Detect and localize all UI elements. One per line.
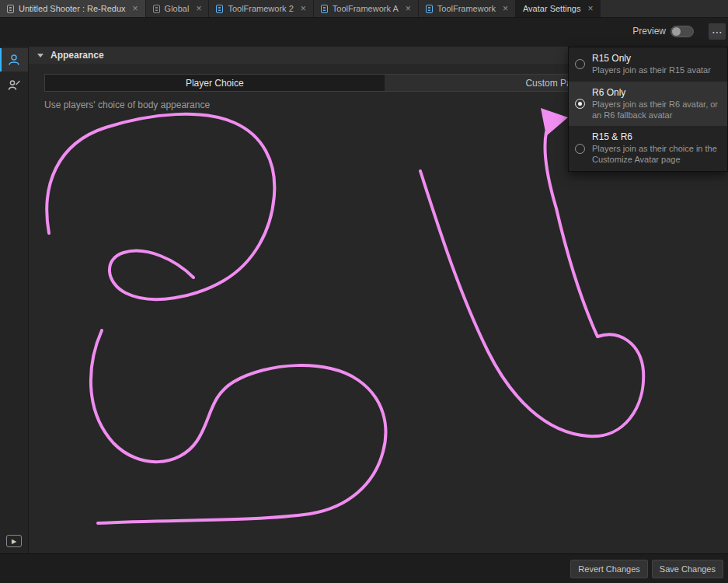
toggle-knob-icon xyxy=(672,27,681,36)
tab-close-icon[interactable]: × xyxy=(406,4,411,13)
script-icon xyxy=(153,5,160,13)
more-options-button[interactable]: ⋯ xyxy=(709,23,726,40)
option-r6-only[interactable]: R6 Only Players join as their R6 avatar,… xyxy=(569,82,727,127)
sidebar-item-body[interactable] xyxy=(0,73,28,96)
left-rail: ▶ xyxy=(0,47,29,553)
appearance-hint: Use players' choice of body appearance xyxy=(44,99,210,110)
tab-label: ToolFramework xyxy=(437,4,496,13)
place-icon xyxy=(7,5,14,13)
modulescript-icon xyxy=(216,5,223,13)
footer-bar: Revert Changes Save Changes xyxy=(0,553,728,583)
radio-icon[interactable] xyxy=(575,59,585,69)
tab-untitled-shooter-re-redux[interactable]: Untitled Shooter : Re-Redux × xyxy=(0,0,146,17)
tab-label: Untitled Shooter : Re-Redux xyxy=(19,4,126,13)
tab-close-icon[interactable]: × xyxy=(301,4,306,13)
person-icon xyxy=(7,53,21,67)
tab-global[interactable]: Global × xyxy=(146,0,210,17)
collapse-caret-icon[interactable] xyxy=(37,54,44,58)
tab-bar: Untitled Shooter : Re-Redux × Global × T… xyxy=(0,0,728,18)
save-changes-button[interactable]: Save Changes xyxy=(652,560,723,578)
person-edit-icon xyxy=(7,78,21,92)
preview-label: Preview xyxy=(632,26,666,37)
revert-changes-button[interactable]: Revert Changes xyxy=(570,560,648,578)
tab-toolframework-a[interactable]: ToolFramework A × xyxy=(314,0,419,17)
section-title: Appearance xyxy=(51,50,104,61)
tab-label: Avatar Settings xyxy=(523,4,580,13)
option-description: Players join as their R15 avatar xyxy=(592,65,711,76)
option-description: Players join as their choice in the Cust… xyxy=(592,144,721,166)
tab-toolframework-2[interactable]: ToolFramework 2 × xyxy=(209,0,313,17)
tab-label: ToolFramework A xyxy=(333,4,399,13)
option-description: Players join as their R6 avatar, or an R… xyxy=(592,99,721,121)
modulescript-icon xyxy=(426,5,433,13)
modulescript-icon xyxy=(321,5,328,13)
avatar-type-dropdown: R15 Only Players join as their R15 avata… xyxy=(568,47,728,172)
tab-close-icon[interactable]: × xyxy=(587,4,593,13)
tab-avatar-settings[interactable]: Avatar Settings × xyxy=(516,0,601,17)
option-title: R6 Only xyxy=(592,87,721,98)
option-title: R15 & R6 xyxy=(592,131,721,142)
tab-label: ToolFramework 2 xyxy=(228,4,293,13)
option-r15-and-r6[interactable]: R15 & R6 Players join as their choice in… xyxy=(569,126,727,171)
option-title: R15 Only xyxy=(592,53,711,64)
sidebar-item-appearance[interactable] xyxy=(0,48,28,72)
tab-close-icon[interactable]: × xyxy=(503,4,508,13)
preview-toggle[interactable] xyxy=(671,26,694,37)
radio-selected-icon[interactable] xyxy=(575,99,585,109)
tab-label: Global xyxy=(165,4,190,13)
expand-panel-icon[interactable]: ▶ xyxy=(6,535,22,547)
tab-toolframework[interactable]: ToolFramework × xyxy=(419,0,516,17)
tab-player-choice[interactable]: Player Choice xyxy=(45,75,385,91)
option-r15-only[interactable]: R15 Only Players join as their R15 avata… xyxy=(569,47,727,82)
tab-close-icon[interactable]: × xyxy=(196,4,201,13)
tab-close-icon[interactable]: × xyxy=(133,4,138,13)
radio-icon[interactable] xyxy=(575,144,585,154)
